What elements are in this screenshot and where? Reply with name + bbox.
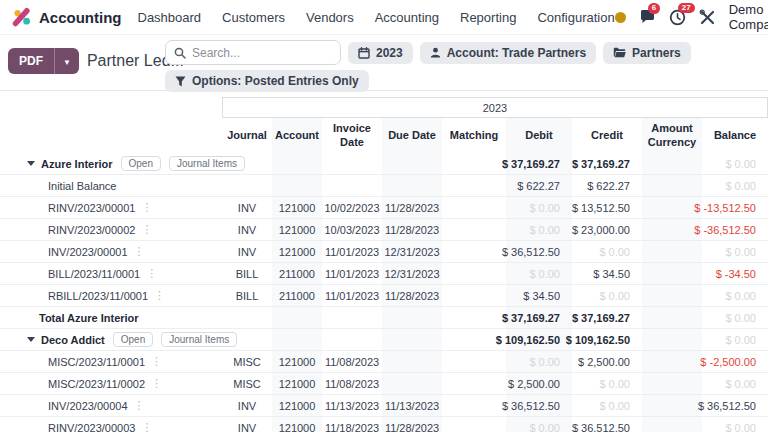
search-input[interactable] <box>192 46 332 60</box>
search-facet-1[interactable]: Account: Trade Partners <box>420 42 596 64</box>
cell-credit: $ 23,000.00 <box>572 219 642 240</box>
cell-amount-currency <box>642 351 702 372</box>
cell-journal: INV <box>222 197 272 218</box>
cell-invoice-date: 10/02/2023 <box>322 197 382 218</box>
open-button[interactable]: Open <box>113 332 153 347</box>
menu-item-accounting[interactable]: Accounting <box>375 10 439 25</box>
search-input-wrapper[interactable] <box>165 40 341 65</box>
cell-balance: $ 0.00 <box>702 417 768 432</box>
cell-account <box>272 175 322 196</box>
table-row: Azure InteriorOpenJournal Items$ 37,169.… <box>0 153 768 175</box>
row-name-cell: Total Azure Interior <box>0 307 222 328</box>
column-header-credit: Credit <box>572 118 642 153</box>
search-facet-0[interactable]: 2023 <box>348 42 413 64</box>
facet-label: Partners <box>632 46 681 60</box>
column-header-due-date: Due Date <box>382 118 442 153</box>
cell-balance: $ -34.50 <box>702 263 768 284</box>
cell-journal: BILL <box>222 285 272 306</box>
menu-item-reporting[interactable]: Reporting <box>460 10 516 25</box>
kebab-menu-icon[interactable]: ⋮ <box>134 246 145 257</box>
options-filter[interactable]: Options: Posted Entries Only <box>165 70 369 92</box>
cell-amount-currency <box>642 417 702 432</box>
messages-icon[interactable]: 6 <box>639 9 656 25</box>
table-row: RINV/2023/00001⋮INV12100010/02/202311/28… <box>0 197 768 219</box>
menu-item-vendors[interactable]: Vendors <box>306 10 354 25</box>
cell-account: 121000 <box>272 197 322 218</box>
cell-matching <box>442 263 506 284</box>
cell-journal: MISC <box>222 373 272 394</box>
cell-due-date: 11/13/2023 <box>382 395 442 416</box>
pdf-split-button[interactable]: PDF ▼ <box>8 48 79 74</box>
kebab-menu-icon[interactable]: ⋮ <box>146 268 157 279</box>
cell-credit: $ 37,169.27 <box>572 307 642 328</box>
cell-credit: $ 36,512.50 <box>572 417 642 432</box>
cell-account: 121000 <box>272 373 322 394</box>
cell-invoice-date: 11/08/2023 <box>322 351 382 372</box>
table-row: RBILL/2023/11/0001⋮BILL21100011/01/20231… <box>0 285 768 307</box>
kebab-menu-icon[interactable]: ⋮ <box>141 224 152 235</box>
cell-balance: $ 0.00 <box>702 285 768 306</box>
cell-credit: $ 13,512.50 <box>572 197 642 218</box>
cell-due-date <box>382 329 442 350</box>
cell-amount-currency <box>642 241 702 262</box>
cell-amount-currency <box>642 285 702 306</box>
partner-name[interactable]: Azure Interior <box>41 158 113 170</box>
cell-balance: $ -36,512.50 <box>702 219 768 240</box>
move-line-name[interactable]: RINV/2023/00003 <box>48 422 135 432</box>
table-row: RINV/2023/00002⋮INV12100010/03/202311/28… <box>0 219 768 241</box>
move-line-name[interactable]: INV/2023/00001 <box>48 246 128 258</box>
cell-matching <box>442 307 506 328</box>
menu-item-customers[interactable]: Customers <box>222 10 285 25</box>
row-name-cell: Initial Balance <box>0 175 222 196</box>
kebab-menu-icon[interactable]: ⋮ <box>134 400 145 411</box>
collapse-caret-icon[interactable] <box>27 161 35 166</box>
search-icon <box>174 47 186 59</box>
kebab-menu-icon[interactable]: ⋮ <box>154 290 165 301</box>
menu-item-dashboard[interactable]: Dashboard <box>138 10 202 25</box>
cell-balance: $ -13,512.50 <box>702 197 768 218</box>
move-line-name[interactable]: RINV/2023/00001 <box>48 202 135 214</box>
pdf-button[interactable]: PDF <box>8 48 54 74</box>
app-brand[interactable]: Accounting <box>12 7 122 27</box>
kebab-menu-icon[interactable]: ⋮ <box>151 356 162 367</box>
collapse-caret-icon[interactable] <box>27 337 35 342</box>
tools-icon[interactable] <box>699 9 716 26</box>
partner-name[interactable]: Deco Addict <box>41 334 105 346</box>
table-row: BILL/2023/11/0001⋮BILL21100011/01/202312… <box>0 263 768 285</box>
initial-balance-label: Initial Balance <box>48 180 117 192</box>
move-line-name[interactable]: MISC/2023/11/0001 <box>48 356 145 368</box>
row-name-cell: BILL/2023/11/0001⋮ <box>0 263 222 284</box>
open-button[interactable]: Open <box>121 156 161 171</box>
company-switcher[interactable]: Demo Company <box>729 2 768 32</box>
cell-invoice-date <box>322 307 382 328</box>
calendar-icon <box>358 47 370 59</box>
cell-balance: $ 0.00 <box>702 241 768 262</box>
pdf-dropdown-caret-icon[interactable]: ▼ <box>54 48 79 74</box>
status-dot-icon[interactable] <box>615 12 626 23</box>
activities-clock-icon[interactable]: 27 <box>669 9 686 26</box>
cell-amount-currency <box>642 197 702 218</box>
move-line-name[interactable]: RINV/2023/00002 <box>48 224 135 236</box>
cell-amount-currency <box>642 153 702 174</box>
cell-matching <box>442 219 506 240</box>
move-line-name[interactable]: RBILL/2023/11/0001 <box>48 290 148 302</box>
cell-account: 211000 <box>272 263 322 284</box>
cell-invoice-date: 11/01/2023 <box>322 263 382 284</box>
kebab-menu-icon[interactable]: ⋮ <box>151 378 162 389</box>
table-row: Deco AddictOpenJournal Items$ 109,162.50… <box>0 329 768 351</box>
cell-account <box>272 153 322 174</box>
cell-account: 121000 <box>272 241 322 262</box>
menu-item-configuration[interactable]: Configuration <box>537 10 614 25</box>
move-line-name[interactable]: BILL/2023/11/0001 <box>48 268 140 280</box>
cell-debit: $ 0.00 <box>506 351 572 372</box>
cell-balance: $ 0.00 <box>702 175 768 196</box>
cell-matching <box>442 153 506 174</box>
cell-balance: $ 0.00 <box>702 373 768 394</box>
cell-journal <box>222 329 272 350</box>
move-line-name[interactable]: INV/2023/00004 <box>48 400 128 412</box>
search-facet-2[interactable]: Partners <box>603 42 691 64</box>
move-line-name[interactable]: MISC/2023/11/0002 <box>48 378 145 390</box>
kebab-menu-icon[interactable]: ⋮ <box>141 422 152 432</box>
kebab-menu-icon[interactable]: ⋮ <box>141 202 152 213</box>
cell-invoice-date: 11/01/2023 <box>322 241 382 262</box>
